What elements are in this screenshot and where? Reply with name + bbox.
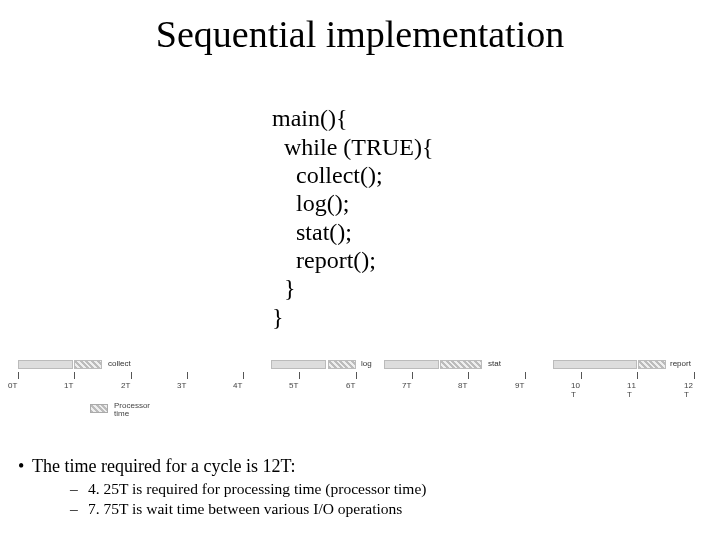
axis-tick-label: 9T (515, 381, 545, 390)
code-line: main(){ (272, 105, 348, 131)
axis-tick-label: 6T (346, 381, 376, 390)
code-line: } (272, 304, 284, 330)
axis-tick (187, 372, 188, 379)
bullet-sub-text: 4. 25T is required for processing time (… (88, 480, 426, 497)
code-line: } (272, 275, 296, 301)
label-stat: stat (488, 359, 501, 368)
axis-tick-label: 12 T (684, 381, 714, 399)
bar-cpu (74, 360, 102, 369)
bar-cpu (328, 360, 356, 369)
bullet-main: •The time required for a cycle is 12T: (18, 456, 690, 477)
axis-tick-label: 1T (64, 381, 94, 390)
axis-tick (468, 372, 469, 379)
timeline-chart: collect log stat report 0T 1T 2T 3T 4T 5… (18, 358, 702, 428)
axis-tick (299, 372, 300, 379)
code-line: report(); (272, 247, 376, 273)
axis-tick-label: 0T (8, 381, 38, 390)
bullet-sub: –7. 75T is wait time between various I/O… (70, 499, 690, 519)
axis-tick (581, 372, 582, 379)
axis-tick-label: 10 T (571, 381, 601, 399)
code-block: main(){ while (TRUE){ collect(); log(); … (272, 76, 720, 331)
bar-io (271, 360, 326, 369)
axis-tick (18, 372, 19, 379)
code-line: stat(); (272, 219, 352, 245)
bullet-sub-text: 7. 75T is wait time between various I/O … (88, 500, 402, 517)
legend-swatch-cpu (90, 404, 108, 413)
bar-cpu (440, 360, 482, 369)
axis-tick (412, 372, 413, 379)
axis-tick (637, 372, 638, 379)
axis-tick-label: 7T (402, 381, 432, 390)
axis-tick (131, 372, 132, 379)
slide-title: Sequential implementation (0, 0, 720, 56)
bar-cpu (638, 360, 666, 369)
axis-tick (694, 372, 695, 379)
axis-tick-label: 5T (289, 381, 319, 390)
code-line: log(); (272, 190, 349, 216)
axis-tick (525, 372, 526, 379)
axis-tick-label: 4T (233, 381, 263, 390)
axis-tick-label: 8T (458, 381, 488, 390)
legend-label-cpu: Processor time (114, 402, 174, 419)
code-line: collect(); (272, 162, 383, 188)
bullet-sub: –4. 25T is required for processing time … (70, 479, 690, 499)
bullet-main-text: The time required for a cycle is 12T: (32, 456, 296, 476)
bar-io (384, 360, 439, 369)
axis-tick-label: 2T (121, 381, 151, 390)
axis-tick-label: 11 T (627, 381, 657, 399)
label-log: log (361, 359, 372, 368)
bar-io (553, 360, 637, 369)
axis-tick-label: 3T (177, 381, 207, 390)
axis-tick (74, 372, 75, 379)
label-report: report (670, 359, 691, 368)
bullet-list: •The time required for a cycle is 12T: –… (18, 456, 690, 519)
axis-tick (243, 372, 244, 379)
bar-io (18, 360, 73, 369)
code-line: while (TRUE){ (272, 134, 433, 160)
label-collect: collect (108, 359, 131, 368)
axis-tick (356, 372, 357, 379)
